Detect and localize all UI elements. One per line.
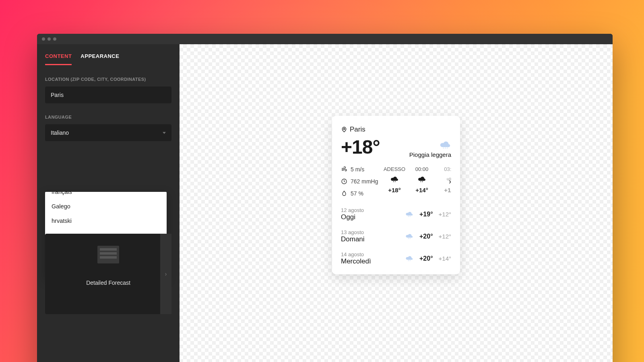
settings-tabs: CONTENT APPEARANCE [45, 53, 171, 66]
day-right: +19° +12° [405, 211, 451, 218]
day-lo: +12° [439, 233, 451, 240]
language-label: LANGUAGE [45, 115, 171, 119]
svg-line-3 [447, 148, 448, 148]
widget-pressure-value: 762 mmHg [351, 178, 378, 185]
location-label: LOCATION (ZIP CODE, CITY, COORDINATES) [45, 77, 171, 82]
svg-line-13 [408, 260, 409, 261]
widget-wind-value: 5 m/s [351, 166, 364, 173]
day-left: 14 agosto Mercoledì [341, 251, 371, 265]
layout-picker: Detailed Forecast › [45, 234, 171, 314]
window-close-dot[interactable] [42, 37, 45, 41]
day-right: +20° +12° [405, 233, 451, 240]
day-name: Domani [341, 235, 365, 243]
rain-cloud-icon [405, 211, 414, 218]
day-right: +20° +14° [405, 255, 451, 262]
layout-thumb-icon [97, 246, 119, 263]
wind-icon [341, 166, 347, 173]
hour-temp: +18° [388, 187, 400, 193]
hourly-forecast: ADESSO +18° 00:00 +14° 03:0 +12 [383, 166, 451, 197]
language-option[interactable]: Galego [45, 199, 167, 214]
pressure-icon [341, 178, 347, 185]
rain-cloud-icon [405, 233, 414, 240]
day-hi: +19° [419, 211, 433, 218]
widget-humidity: 57 % [341, 190, 383, 197]
app-window: CONTENT APPEARANCE LOCATION (ZIP CODE, C… [37, 34, 613, 362]
widget-header: Paris +18° Pioggia leggera [341, 125, 451, 158]
day-hi: +20° [419, 255, 433, 262]
hourly-next-button[interactable]: › [445, 176, 455, 187]
rain-cloud-dark-icon [390, 176, 399, 183]
widget-wind: 5 m/s [341, 166, 383, 173]
svg-point-0 [343, 128, 345, 130]
layout-option-detailed[interactable]: Detailed Forecast [45, 234, 171, 314]
svg-line-14 [410, 260, 410, 261]
rain-cloud-icon [439, 141, 451, 150]
hour-temp: +14° [415, 187, 428, 193]
svg-line-6 [395, 181, 395, 182]
hour-item: ADESSO +18° [383, 166, 406, 197]
day-row: 13 agosto Domani +20° +12° [341, 229, 451, 243]
widget-header-left: Paris +18° [341, 125, 380, 158]
day-lo: +12° [439, 211, 451, 218]
svg-line-9 [408, 216, 409, 216]
day-date: 12 agosto [341, 207, 364, 213]
hour-temp: +12 [444, 187, 451, 193]
settings-sidebar: CONTENT APPEARANCE LOCATION (ZIP CODE, C… [37, 44, 180, 362]
day-name: Oggi [341, 213, 364, 221]
svg-line-11 [408, 238, 409, 239]
svg-line-8 [422, 181, 423, 182]
widget-header-right: Pioggia leggera [409, 125, 451, 158]
widget-mid: 5 m/s 762 mmHg 57 % ADESSO [341, 166, 451, 197]
preview-pane: Paris +18° Pioggia leggera [180, 44, 613, 362]
tab-appearance[interactable]: APPEARANCE [80, 53, 119, 65]
rain-cloud-icon [405, 255, 414, 262]
window-titlebar [37, 34, 613, 44]
hour-label: 00:00 [415, 166, 429, 172]
hour-item: 00:00 +14° [410, 166, 433, 197]
humidity-icon [341, 190, 347, 197]
app-body: CONTENT APPEARANCE LOCATION (ZIP CODE, C… [37, 44, 613, 362]
day-date: 14 agosto [341, 251, 371, 257]
widget-meta: 5 m/s 762 mmHg 57 % [341, 166, 383, 197]
svg-line-5 [393, 181, 394, 182]
svg-line-12 [410, 238, 410, 239]
chevron-right-icon: › [449, 177, 451, 186]
day-lo: +14° [439, 255, 451, 262]
layout-next-button[interactable]: › [160, 234, 171, 314]
day-date: 13 agosto [341, 229, 365, 235]
widget-location-text: Paris [350, 125, 365, 134]
weather-widget: Paris +18° Pioggia leggera [332, 116, 460, 274]
svg-line-2 [445, 148, 446, 148]
language-option[interactable]: français [45, 192, 167, 199]
day-row: 14 agosto Mercoledì +20° +14° [341, 251, 451, 265]
day-name: Mercoledì [341, 257, 371, 265]
day-left: 13 agosto Domani [341, 229, 365, 243]
widget-humidity-value: 57 % [351, 190, 363, 197]
widget-pressure: 762 mmHg [341, 178, 383, 185]
tab-content[interactable]: CONTENT [45, 53, 72, 65]
day-left: 12 agosto Oggi [341, 207, 364, 221]
daily-forecast: 12 agosto Oggi +19° +12° 13 agosto Doman… [341, 207, 451, 265]
hour-label: ADESSO [384, 166, 405, 172]
day-hi: +20° [419, 233, 433, 240]
chevron-down-icon [163, 132, 166, 134]
layout-label: Detailed Forecast [86, 280, 130, 286]
language-select[interactable]: Italiano [45, 124, 171, 141]
svg-line-7 [421, 181, 421, 182]
location-input[interactable] [45, 86, 171, 103]
day-row: 12 agosto Oggi +19° +12° [341, 207, 451, 221]
widget-condition: Pioggia leggera [409, 151, 451, 158]
language-option[interactable]: hrvatski [45, 214, 167, 228]
pin-icon [341, 126, 347, 133]
svg-line-1 [443, 148, 444, 148]
chevron-right-icon: › [165, 271, 167, 277]
language-select-value: Italiano [51, 130, 69, 136]
svg-line-10 [410, 216, 410, 216]
window-min-dot[interactable] [47, 37, 51, 41]
hour-label: 03:0 [444, 166, 451, 172]
widget-location: Paris [341, 125, 380, 134]
rain-cloud-dark-icon [417, 176, 426, 183]
widget-temp: +18° [341, 136, 380, 158]
window-max-dot[interactable] [53, 37, 56, 41]
